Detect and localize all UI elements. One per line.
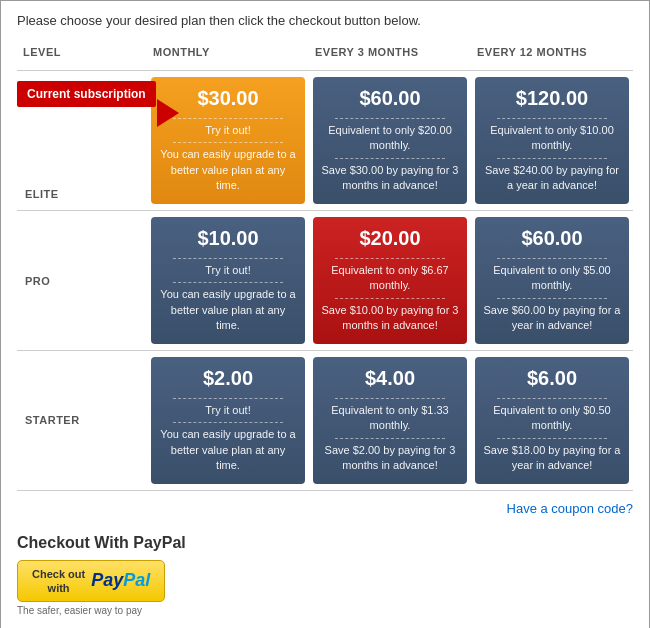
plan-desc1-elite-every12: Equivalent to only $10.00 monthly. — [483, 123, 621, 154]
plan-desc2-starter-monthly: You can easily upgrade to a better value… — [159, 427, 297, 473]
plan-divider — [497, 258, 607, 259]
plan-desc1-pro-every12: Equivalent to only $5.00 monthly. — [483, 263, 621, 294]
plan-desc1-pro-every3: Equivalent to only $6.67 monthly. — [321, 263, 459, 294]
plan-row-pro: PRO$10.00Try it out!You can easily upgra… — [17, 210, 633, 350]
plan-desc2-pro-every3: Save $10.00 by paying for 3 months in ad… — [321, 303, 459, 334]
paypal-button[interactable]: Check out with PayPal — [17, 560, 165, 603]
plan-divider — [173, 258, 283, 259]
plan-row-starter: STARTER$2.00Try it out!You can easily up… — [17, 350, 633, 491]
checkout-section: Checkout With PayPal Check out with PayP… — [17, 530, 633, 617]
plan-desc2-pro-every12: Save $60.00 by paying for a year in adva… — [483, 303, 621, 334]
plan-label-starter: STARTER — [17, 351, 147, 490]
plan-price-pro-every3: $20.00 — [359, 227, 420, 250]
plan-divider-2 — [335, 158, 445, 159]
table-header: LEVEL MONTHLY EVERY 3 MONTHS EVERY 12 MO… — [17, 42, 633, 66]
checkout-title: Checkout With PayPal — [17, 534, 633, 552]
plan-desc2-starter-every3: Save $2.00 by paying for 3 months in adv… — [321, 443, 459, 474]
plan-row-elite: Current subscriptionELITE$30.00Try it ou… — [17, 70, 633, 210]
current-subscription-badge: Current subscription — [17, 81, 156, 107]
plan-rows: Current subscriptionELITE$30.00Try it ou… — [17, 70, 633, 491]
plan-divider-2 — [497, 158, 607, 159]
plan-desc1-starter-every12: Equivalent to only $0.50 monthly. — [483, 403, 621, 434]
plan-desc1-starter-monthly: Try it out! — [205, 403, 250, 418]
plan-price-pro-every12: $60.00 — [521, 227, 582, 250]
plan-price-elite-every12: $120.00 — [516, 87, 588, 110]
plan-cell-elite-every3[interactable]: $60.00Equivalent to only $20.00 monthly.… — [313, 77, 467, 204]
plan-divider — [173, 398, 283, 399]
paypal-btn-inner: Check out with PayPal — [32, 567, 150, 596]
plan-cell-pro-monthly[interactable]: $10.00Try it out!You can easily upgrade … — [151, 217, 305, 344]
paypal-logo: PayPal — [91, 570, 150, 591]
plan-divider — [173, 118, 283, 119]
header-level: LEVEL — [17, 42, 147, 62]
plan-desc2-starter-every12: Save $18.00 by paying for a year in adva… — [483, 443, 621, 474]
plan-name-starter: STARTER — [25, 414, 80, 426]
plan-price-elite-monthly: $30.00 — [197, 87, 258, 110]
plan-price-pro-monthly: $10.00 — [197, 227, 258, 250]
plan-divider-2 — [497, 438, 607, 439]
plan-desc1-elite-every3: Equivalent to only $20.00 monthly. — [321, 123, 459, 154]
plan-cell-starter-every3[interactable]: $4.00Equivalent to only $1.33 monthly.Sa… — [313, 357, 467, 484]
plan-divider-2 — [335, 298, 445, 299]
plan-cell-elite-monthly[interactable]: $30.00Try it out!You can easily upgrade … — [151, 77, 305, 204]
plan-divider-2 — [335, 438, 445, 439]
plan-divider-2 — [173, 422, 283, 423]
plan-price-elite-every3: $60.00 — [359, 87, 420, 110]
current-subscription-arrow — [157, 99, 179, 127]
plan-name-pro: PRO — [25, 275, 50, 287]
plan-desc2-elite-every12: Save $240.00 by paying for a year in adv… — [483, 163, 621, 194]
plan-divider — [497, 118, 607, 119]
plan-divider-2 — [497, 298, 607, 299]
plan-cell-pro-every12[interactable]: $60.00Equivalent to only $5.00 monthly.S… — [475, 217, 629, 344]
plan-divider-2 — [173, 142, 283, 143]
plan-cell-pro-every3[interactable]: $20.00Equivalent to only $6.67 monthly.S… — [313, 217, 467, 344]
plan-name-elite: ELITE — [25, 188, 59, 200]
plan-desc1-starter-every3: Equivalent to only $1.33 monthly. — [321, 403, 459, 434]
plan-desc1-elite-monthly: Try it out! — [205, 123, 250, 138]
plan-desc2-elite-every3: Save $30.00 by paying for 3 months in ad… — [321, 163, 459, 194]
intro-text: Please choose your desired plan then cli… — [17, 13, 633, 28]
plan-divider — [335, 398, 445, 399]
paypal-checkoout-text: Check out with — [32, 567, 85, 596]
header-monthly: MONTHLY — [147, 42, 309, 62]
plan-desc2-pro-monthly: You can easily upgrade to a better value… — [159, 287, 297, 333]
plan-price-starter-every3: $4.00 — [365, 367, 415, 390]
plan-divider-2 — [173, 282, 283, 283]
plan-cell-starter-every12[interactable]: $6.00Equivalent to only $0.50 monthly.Sa… — [475, 357, 629, 484]
plan-desc1-pro-monthly: Try it out! — [205, 263, 250, 278]
plan-divider — [497, 398, 607, 399]
plan-divider — [335, 118, 445, 119]
plan-label-pro: PRO — [17, 211, 147, 350]
plan-desc2-elite-monthly: You can easily upgrade to a better value… — [159, 147, 297, 193]
header-every12: EVERY 12 MONTHS — [471, 42, 633, 62]
plan-price-starter-monthly: $2.00 — [203, 367, 253, 390]
plan-cell-elite-every12[interactable]: $120.00Equivalent to only $10.00 monthly… — [475, 77, 629, 204]
coupon-link[interactable]: Have a coupon code? — [507, 501, 633, 516]
header-every3: EVERY 3 MONTHS — [309, 42, 471, 62]
plan-price-starter-every12: $6.00 — [527, 367, 577, 390]
paypal-tagline: The safer, easier way to pay — [17, 605, 633, 616]
plan-cell-starter-monthly[interactable]: $2.00Try it out!You can easily upgrade t… — [151, 357, 305, 484]
coupon-row: Have a coupon code? — [17, 501, 633, 516]
plan-divider — [335, 258, 445, 259]
